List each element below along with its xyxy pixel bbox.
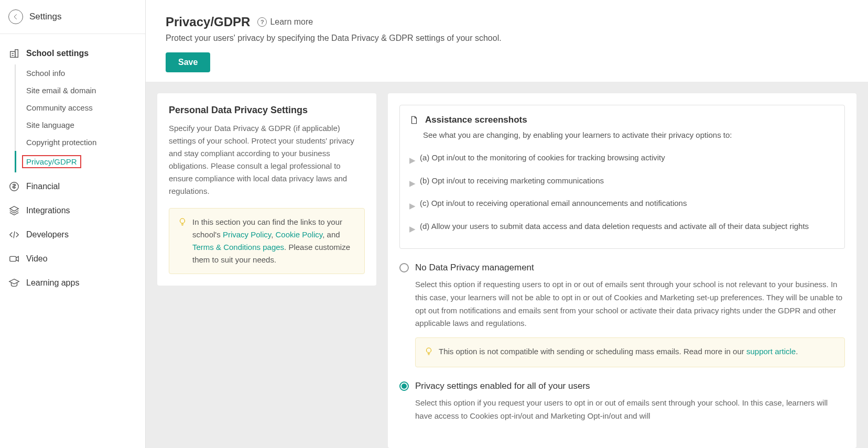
assist-desc: See what you are changing, by enabling y… — [423, 130, 835, 139]
option-desc: Select this option if you request your u… — [415, 397, 845, 423]
assist-item-a[interactable]: ▶(a) Opt in/out to the monitoring of coo… — [409, 148, 835, 171]
terms-conditions-link[interactable]: Terms & Conditions pages — [192, 243, 284, 252]
assist-item-d[interactable]: ▶(d) Allow your users to submit data acc… — [409, 216, 835, 239]
options-panel: Assistance screenshots See what you are … — [388, 93, 856, 448]
assistance-screenshots-box: Assistance screenshots See what you are … — [399, 105, 845, 249]
nav-item-label: Learning apps — [26, 278, 79, 288]
triangle-icon: ▶ — [409, 155, 415, 167]
personal-tip-box: In this section you can find the links t… — [169, 208, 365, 274]
privacy-policy-link[interactable]: Privacy Policy — [223, 230, 271, 239]
assist-title: Assistance screenshots — [425, 115, 527, 125]
graduation-cap-icon — [8, 277, 20, 289]
sidebar-item-school-info[interactable]: School info — [16, 64, 145, 82]
lightbulb-icon — [178, 217, 187, 266]
learn-more-link[interactable]: ? Learn more — [257, 17, 313, 27]
tip-text: In this section you can find the links t… — [192, 216, 356, 266]
sidebar-item-financial[interactable]: Financial — [0, 174, 145, 199]
video-icon — [8, 253, 20, 265]
sidebar-item-community-access[interactable]: Community access — [16, 99, 145, 116]
privacy-option-group: No Data Privacy management Select this o… — [399, 263, 845, 423]
page-description: Protect your users' privacy by specifyin… — [166, 34, 848, 43]
tip-text: This option is not compatible with sendi… — [439, 345, 798, 359]
sidebar-header: Settings — [0, 0, 145, 34]
sidebar-title: Settings — [29, 12, 61, 22]
sidebar-item-learning-apps[interactable]: Learning apps — [0, 271, 145, 295]
nav-section-school-settings[interactable]: School settings — [0, 42, 145, 64]
document-icon — [409, 115, 419, 125]
layers-icon — [8, 205, 20, 216]
sidebar-item-video[interactable]: Video — [0, 247, 145, 271]
sidebar-item-site-email-domain[interactable]: Site email & domain — [16, 82, 145, 99]
arrow-left-icon — [12, 13, 19, 20]
no-mgmt-tip-box: This option is not compatible with sendi… — [415, 337, 845, 367]
radio-no-data-privacy[interactable] — [399, 263, 409, 272]
back-button[interactable] — [8, 9, 23, 24]
dollar-icon — [8, 181, 20, 192]
triangle-icon: ▶ — [409, 178, 415, 190]
page-title: Privacy/GDPR — [166, 15, 250, 29]
sidebar-item-copyright-protection[interactable]: Copyright protection — [16, 134, 145, 151]
sidebar-item-integrations[interactable]: Integrations — [0, 199, 145, 223]
personal-section-title: Personal Data Privacy Settings — [169, 105, 365, 116]
svg-point-7 — [180, 218, 185, 223]
nav-item-label: Integrations — [26, 206, 70, 215]
nav-item-label: Video — [26, 254, 48, 264]
svg-line-5 — [14, 232, 15, 238]
sidebar: Settings School settings School info Sit… — [0, 0, 146, 448]
option-label: Privacy settings enabled for all of your… — [415, 381, 590, 391]
highlight-annotation: Privacy/GDPR — [22, 155, 81, 168]
personal-data-privacy-panel: Personal Data Privacy Settings Specify y… — [157, 93, 376, 286]
option-privacy-enabled-all: Privacy settings enabled for all of your… — [399, 381, 845, 423]
nav-item-label: Financial — [26, 182, 60, 191]
assist-item-c[interactable]: ▶(c) Opt in/out to receiving operational… — [409, 193, 835, 216]
svg-point-10 — [427, 348, 431, 353]
option-label: No Data Privacy management — [415, 263, 534, 273]
triangle-icon: ▶ — [409, 200, 415, 212]
nav-item-label: Developers — [26, 230, 69, 239]
help-icon: ? — [257, 17, 267, 27]
page-header: Privacy/GDPR ? Learn more Protect your u… — [146, 0, 868, 82]
svg-rect-0 — [10, 51, 15, 57]
svg-rect-6 — [10, 256, 16, 261]
personal-section-desc: Specify your Data Privacy & GDPR (if app… — [169, 122, 365, 198]
triangle-icon: ▶ — [409, 223, 415, 235]
main-content: Privacy/GDPR ? Learn more Protect your u… — [146, 0, 868, 448]
radio-privacy-enabled-all[interactable] — [399, 381, 409, 391]
building-icon — [8, 48, 20, 59]
sidebar-item-privacy-gdpr[interactable]: Privacy/GDPR — [16, 151, 145, 172]
learn-more-label: Learn more — [270, 17, 313, 27]
nav-section-label: School settings — [26, 49, 89, 58]
option-desc: Select this option if requesting users t… — [415, 278, 845, 330]
lightbulb-icon — [424, 346, 433, 359]
support-article-link[interactable]: support article — [746, 347, 796, 356]
save-button[interactable]: Save — [166, 52, 210, 72]
code-icon — [8, 229, 20, 241]
sidebar-item-developers[interactable]: Developers — [0, 223, 145, 247]
cookie-policy-link[interactable]: Cookie Policy — [275, 230, 322, 239]
svg-rect-1 — [15, 50, 18, 58]
sidebar-item-site-language[interactable]: Site language — [16, 116, 145, 134]
sidebar-nav: School settings School info Site email &… — [0, 34, 145, 303]
option-no-data-privacy: No Data Privacy management Select this o… — [399, 263, 845, 367]
assist-item-b[interactable]: ▶(b) Opt in/out to receiving marketing c… — [409, 171, 835, 194]
